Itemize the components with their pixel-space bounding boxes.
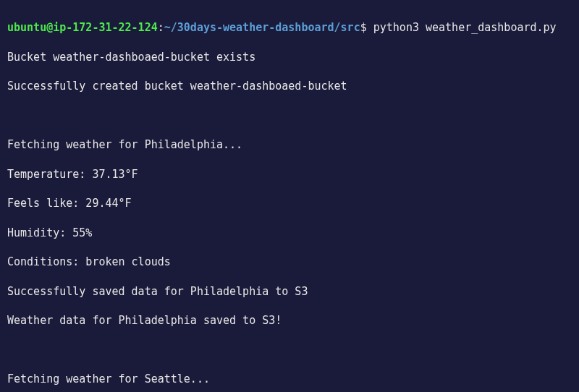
city-0-saved-msg: Weather data for Philadelphia saved to S…: [7, 313, 572, 328]
blank-line: [7, 108, 572, 123]
command-text: python3 weather_dashboard.py: [373, 21, 557, 34]
prompt-user-host: ubuntu@ip-172-31-22-124: [7, 21, 158, 34]
city-0-temperature: Temperature: 37.13°F: [7, 167, 572, 182]
city-0-saved-s3: Successfully saved data for Philadelphia…: [7, 284, 572, 299]
city-1-fetching: Fetching weather for Seattle...: [7, 372, 572, 386]
city-0-conditions: Conditions: broken clouds: [7, 255, 572, 269]
prompt-line-1: ubuntu@ip-172-31-22-124:~/30days-weather…: [7, 20, 572, 35]
prompt-dollar: $: [360, 21, 367, 34]
city-0-fetching: Fetching weather for Philadelphia...: [7, 137, 572, 152]
city-0-feels-like: Feels like: 29.44°F: [7, 196, 572, 210]
blank-line: [7, 343, 572, 357]
city-0-humidity: Humidity: 55%: [7, 226, 572, 240]
output-bucket-created: Successfully created bucket weather-dash…: [7, 79, 572, 93]
output-bucket-exists: Bucket weather-dashboaed-bucket exists: [7, 50, 572, 64]
prompt-colon: :: [158, 21, 164, 34]
terminal-output[interactable]: ubuntu@ip-172-31-22-124:~/30days-weather…: [7, 6, 572, 392]
prompt-path: ~/30days-weather-dashboard/src: [164, 21, 360, 34]
